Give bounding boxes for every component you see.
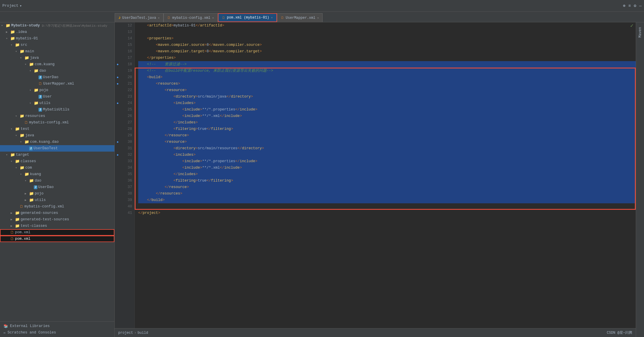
- tree-utils[interactable]: ▾ 📁 utils: [0, 100, 114, 106]
- gutter-31: [115, 145, 121, 152]
- gutter-33: [115, 158, 121, 165]
- tree-user[interactable]: J User: [0, 93, 114, 100]
- gutter-39: [115, 197, 121, 203]
- ln-17: 17: [123, 55, 132, 61]
- minimize-icon[interactable]: —: [639, 4, 642, 8]
- tree-pom-main[interactable]: 🗋 pom.xml: [0, 236, 114, 242]
- tree-generated-test-sources[interactable]: ▶ 📁 generated-test-sources: [0, 216, 114, 223]
- tree-test-classes[interactable]: ▶ 📁 test-classes: [0, 223, 114, 229]
- xml-file-icon: 🗋: [24, 120, 28, 125]
- tree-userdaotest[interactable]: J UserDaoTest: [0, 145, 114, 152]
- tree-label: test-classes: [21, 224, 113, 228]
- tab-close-icon[interactable]: ✕: [212, 16, 214, 20]
- sidebar-scratches[interactable]: ✏ Scratches and Consoles: [2, 329, 112, 336]
- tree-label: com: [25, 166, 113, 170]
- code-line-22: <resource>: [138, 87, 636, 93]
- tree-pom-target[interactable]: 🗋 pom.xml: [0, 229, 114, 236]
- folder-icon: 📁: [15, 217, 20, 222]
- tree-label: classes: [21, 159, 113, 163]
- tree-pojo[interactable]: ▾ 📁 pojo: [0, 87, 114, 93]
- tree-resources[interactable]: ▾ 📁 resources: [0, 113, 114, 119]
- folder-icon: 📁: [29, 198, 34, 202]
- settings-icon[interactable]: ⚙: [634, 3, 636, 8]
- tree-test[interactable]: ▾ 📁 test: [0, 126, 114, 132]
- tree-label: mybatis-config.xml: [29, 120, 113, 125]
- tree-java-test[interactable]: ▾ 📁 java: [0, 132, 114, 139]
- tree-pojo-target[interactable]: ▶ 📁 pojo: [0, 190, 114, 197]
- code-line-23: <directory>src/main/java</directory>: [138, 93, 636, 100]
- tree-mybatisutils[interactable]: J MybatisUtils: [0, 106, 114, 113]
- tree-main[interactable]: ▾ 📁 main: [0, 48, 114, 55]
- tree-label: pojo: [39, 88, 113, 92]
- tree-com-kuang[interactable]: ▾ 📁 com.kuang: [0, 61, 114, 68]
- maven-label[interactable]: Maven: [638, 27, 642, 38]
- ln-40: 40: [123, 203, 132, 210]
- tree-root[interactable]: ▾ 📁 Mybatis-study D:\学习笔记\狂神说Java\Mybati…: [0, 22, 114, 29]
- tab-close-icon[interactable]: ✕: [158, 16, 160, 20]
- status-right: CSDN @星~闪腾: [607, 330, 632, 335]
- tree-label: generated-sources: [21, 211, 113, 215]
- tree-label: target: [16, 153, 113, 157]
- tab-close-icon[interactable]: ✕: [317, 16, 319, 20]
- tree-target[interactable]: ▾ 📁 target: [0, 152, 114, 158]
- gutter-29: [115, 132, 121, 139]
- resources-folder-icon: 📁: [20, 114, 24, 118]
- ln-41: 41: [123, 210, 132, 216]
- tree-userdao[interactable]: J UserDao: [0, 74, 114, 81]
- dropdown-arrow[interactable]: ▾: [20, 4, 22, 8]
- sidebar-external-libs[interactable]: 📚 External Libraries: [2, 323, 112, 329]
- tab-pom[interactable]: 🗋 pom.xml (mybatis-01) ✕: [218, 13, 277, 22]
- tree-kuang-target[interactable]: ▾ 📁 kuang: [0, 171, 114, 177]
- code-line-17: </properties>: [138, 55, 636, 61]
- target-icon[interactable]: ⊕: [623, 3, 625, 8]
- tab-usermapper[interactable]: 🗋 UserMapper.xml ✕: [277, 13, 323, 22]
- gutter-14: [115, 35, 121, 42]
- gutter-38: [115, 190, 121, 197]
- ln-38: 38: [123, 190, 132, 197]
- tree-userdao-target[interactable]: J UserDao: [0, 184, 114, 190]
- tree-label: utils: [35, 198, 113, 202]
- gutter-17: [115, 55, 121, 61]
- tab-close-icon[interactable]: ✕: [271, 16, 273, 19]
- tree-dao[interactable]: ▾ 📁 dao: [0, 68, 114, 74]
- gutter-41: [115, 210, 121, 216]
- tree-label: dao: [39, 69, 113, 73]
- gutter-32: ◆: [115, 152, 121, 158]
- code-line-20: <build>: [138, 74, 636, 81]
- gutter-15: [115, 42, 121, 48]
- tree-com-kuang-dao[interactable]: ▾ 📁 com.kuang.dao: [0, 139, 114, 145]
- tree-utils-target[interactable]: ▶ 📁 utils: [0, 197, 114, 203]
- expand-arrow: ▾: [15, 50, 19, 53]
- folder-icon: 📁: [20, 165, 24, 170]
- tree-dao-target[interactable]: ▾ 📁 dao: [0, 177, 114, 184]
- tree-classes[interactable]: ▾ 📁 classes: [0, 158, 114, 165]
- src-folder-icon: 📁: [20, 133, 24, 138]
- code-line-35: </includes>: [138, 171, 636, 177]
- tree-mybatis-01[interactable]: ▾ 📁 mybatis-01: [0, 35, 114, 42]
- menu-icon[interactable]: ≡: [628, 4, 631, 8]
- tree-com-target[interactable]: ▾ 📁 com: [0, 165, 114, 171]
- tree-usermapper-xml[interactable]: 🗋 UserMapper.xml: [0, 81, 114, 87]
- tree-idea[interactable]: ▶ 📁 .idea: [0, 29, 114, 35]
- tree-mybatis-config-target[interactable]: 🗋 mybatis-config.xml: [0, 203, 114, 210]
- gutter-30: ◆: [115, 139, 121, 145]
- tree-generated-sources[interactable]: ▶ 📁 generated-sources: [0, 210, 114, 216]
- ln-18: 18: [123, 61, 132, 68]
- code-line-24: <includes>: [138, 100, 636, 106]
- tree-src[interactable]: ▾ 📁 src: [0, 42, 114, 48]
- tree-label: kuang: [30, 172, 113, 176]
- tab-userdaotest[interactable]: J UserDaoTest.java ✕: [115, 13, 163, 22]
- editor-content[interactable]: ◆ ◆ ◆ ◆ ◆ ◆: [115, 22, 636, 328]
- tree-label: UserDaoTest: [34, 146, 113, 150]
- tree-label: main: [25, 49, 113, 53]
- tree-java[interactable]: ▾ 📁 java: [0, 55, 114, 61]
- folder-icon: 📁: [29, 62, 34, 67]
- code-editor[interactable]: <artifactId>mybatis-01</artifactId> <pro…: [135, 22, 636, 328]
- code-line-25: <include>**/*.properties</include>: [138, 106, 636, 113]
- code-line-38: </resources>: [138, 190, 636, 197]
- java-file-icon: J: [39, 108, 42, 112]
- tab-mybatis-config[interactable]: 🗋 mybatis-config.xml ✕: [163, 13, 218, 22]
- tree-label: utils: [39, 101, 113, 105]
- folder-icon: 📁: [15, 224, 20, 228]
- tree-mybatis-config-xml[interactable]: 🗋 mybatis-config.xml: [0, 119, 114, 126]
